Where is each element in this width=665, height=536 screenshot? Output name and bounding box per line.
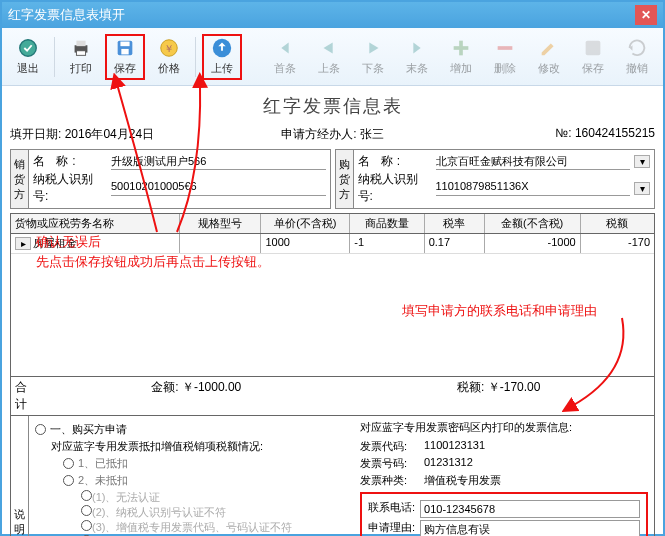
applicant-label: 申请方经办人: [281, 127, 356, 141]
undo-button: 撤销 [617, 34, 657, 80]
num-value: 160424155215 [575, 126, 655, 140]
svg-rect-6 [121, 49, 128, 54]
arrow-icon [172, 72, 252, 242]
close-icon[interactable]: ✕ [635, 5, 657, 25]
window-title: 红字发票信息表填开 [8, 6, 125, 24]
svg-rect-12 [498, 46, 513, 50]
buyer-vlabel: 购货方 [336, 150, 354, 208]
svg-text:￥: ￥ [164, 43, 174, 54]
svg-rect-3 [76, 51, 85, 56]
inv-code: 1100123131 [424, 439, 648, 454]
radio-deducted: 1、已抵扣 [63, 456, 352, 471]
arrow-icon [562, 312, 642, 412]
last-button: 末条 [397, 34, 437, 80]
svg-rect-13 [586, 41, 601, 56]
buyer-name-dropdown[interactable]: ▾ [634, 155, 650, 168]
prev-button: 上条 [309, 34, 349, 80]
add-button: 增加 [441, 34, 481, 80]
desc-vlabel: 说明 [11, 416, 29, 536]
blue-invoice-title: 对应蓝字专用发票密码区内打印的发票信息: [360, 420, 648, 435]
row-expand-icon[interactable]: ▸ [15, 237, 31, 250]
num-label: №: [555, 126, 571, 140]
svg-rect-5 [120, 42, 129, 47]
buyer-box: 购货方 名 称:北京百旺金赋科技有限公司▾ 纳税人识别号:11010879851… [335, 149, 656, 209]
first-button: 首条 [265, 34, 305, 80]
next-button: 下条 [353, 34, 393, 80]
contact-redbox: 联系电话: 申请理由:购方信息有误 [360, 492, 648, 536]
tel-input[interactable] [420, 500, 640, 518]
reason-textarea[interactable]: 购方信息有误 [420, 520, 640, 536]
buyer-tax[interactable]: 11010879851136X [436, 180, 631, 196]
radio-s2a: (1)、无法认证 [81, 490, 352, 505]
radio-s2b: (2)、纳税人识别号认证不符 [81, 505, 352, 520]
svg-rect-11 [454, 46, 469, 50]
applicant-value: 张三 [360, 127, 384, 141]
sum-amount: ￥-1000.00 [182, 380, 241, 394]
radio-buyer-apply[interactable]: 一、购买方申请 [35, 422, 352, 437]
radio-s2c: (3)、增值税专用发票代码、号码认证不符 [81, 520, 352, 535]
seller-vlabel: 销货方 [11, 150, 29, 208]
inv-type: 增值税专用发票 [424, 473, 648, 488]
svg-point-0 [20, 40, 37, 57]
del-button: 删除 [485, 34, 525, 80]
inv-num: 01231312 [424, 456, 648, 471]
sum-tax: ￥-170.00 [488, 380, 541, 394]
svg-rect-2 [76, 41, 85, 47]
exit-button[interactable]: 退出 [8, 34, 48, 80]
titlebar: 红字发票信息表填开 ✕ [2, 2, 663, 28]
buyer-tax-dropdown[interactable]: ▾ [634, 182, 650, 195]
print-button[interactable]: 打印 [61, 34, 101, 80]
buyer-name[interactable]: 北京百旺金赋科技有限公司 [436, 154, 631, 170]
radio-not-deducted: 2、未抵扣 [63, 473, 352, 488]
summary-row: 合 计 金额: ￥-1000.00 税额: ￥-170.00 [10, 377, 655, 416]
modify-button: 修改 [529, 34, 569, 80]
save2-button: 保存 [573, 34, 613, 80]
date-label: 填开日期: [10, 127, 61, 141]
